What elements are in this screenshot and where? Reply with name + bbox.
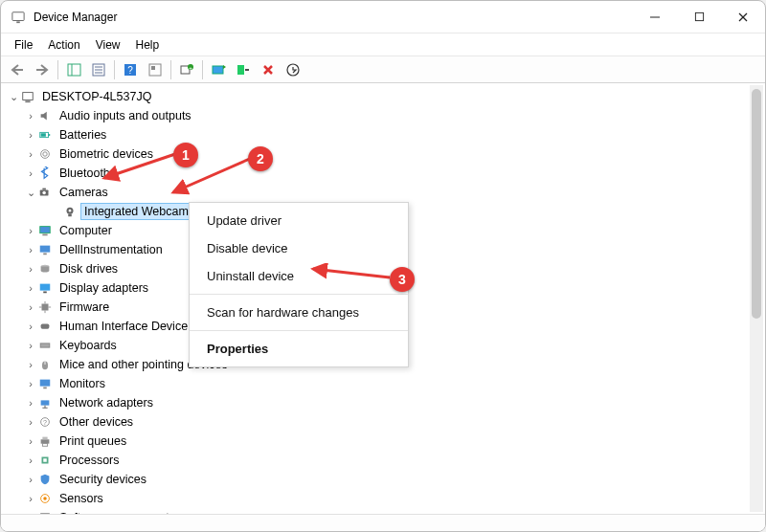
tree-item-security[interactable]: › Security devices <box>3 470 765 489</box>
tree-item-label: Software components <box>56 510 178 514</box>
tree-item-sensors[interactable]: › Sensors <box>3 489 765 508</box>
svg-rect-40 <box>40 284 51 291</box>
expander-icon[interactable]: › <box>24 321 37 332</box>
tree-item-bluetooth[interactable]: › Bluetooth <box>3 164 765 183</box>
toolbar-help-button[interactable]: ? <box>119 59 142 80</box>
expander-icon[interactable]: › <box>24 416 37 428</box>
expander-icon[interactable]: › <box>24 397 37 409</box>
toolbar-view-devices-button[interactable] <box>282 59 304 80</box>
expander-icon[interactable]: › <box>24 474 37 485</box>
expander-icon[interactable]: › <box>24 263 37 275</box>
expander-icon[interactable]: › <box>24 435 37 447</box>
expander-icon[interactable]: › <box>24 378 37 389</box>
other-icon: ? <box>37 414 53 430</box>
svg-rect-60 <box>41 439 50 443</box>
cpu-icon <box>37 453 53 468</box>
tree-item-processors[interactable]: › Processors <box>3 451 765 470</box>
tree-item-audio[interactable]: › Audio inputs and outputs <box>3 106 765 125</box>
tree-item-label: Biometric devices <box>56 146 156 162</box>
cm-update-driver[interactable]: Update driver <box>190 207 408 234</box>
toolbar-forward-button[interactable] <box>31 59 54 80</box>
svg-rect-54 <box>43 388 47 389</box>
maximize-button[interactable] <box>677 1 721 33</box>
svg-rect-42 <box>42 304 49 311</box>
svg-rect-35 <box>40 227 51 233</box>
svg-rect-15 <box>151 66 155 70</box>
svg-point-27 <box>41 150 50 159</box>
svg-rect-34 <box>68 214 72 217</box>
expander-icon[interactable]: › <box>24 340 37 351</box>
cm-uninstall-device[interactable]: Uninstall device <box>190 262 408 290</box>
tree-item-label: Batteries <box>56 127 109 143</box>
expander-icon[interactable]: › <box>24 148 37 160</box>
printer-icon <box>37 433 53 449</box>
menu-file[interactable]: File <box>7 35 40 55</box>
toolbar-irq-view-button[interactable] <box>144 59 167 80</box>
svg-rect-1 <box>16 21 20 23</box>
expander-icon[interactable]: › <box>24 512 37 514</box>
scrollbar-thumb[interactable] <box>752 89 761 319</box>
tree-item-biometric[interactable]: › Biometric devices <box>3 144 765 164</box>
tree-item-label: Monitors <box>56 376 108 391</box>
svg-rect-23 <box>25 100 30 102</box>
tree-item-swcomp[interactable]: › Software components <box>3 508 765 514</box>
cm-scan-hardware[interactable]: Scan for hardware changes <box>190 299 408 326</box>
battery-icon <box>37 127 53 143</box>
tree-item-monitors[interactable]: › Monitors <box>3 374 765 393</box>
svg-point-33 <box>69 210 72 212</box>
svg-rect-62 <box>42 444 47 447</box>
menu-action[interactable]: Action <box>40 35 87 55</box>
expander-icon[interactable]: ⌄ <box>24 187 37 199</box>
expander-icon[interactable]: › <box>24 301 37 313</box>
expander-icon[interactable]: › <box>24 282 37 294</box>
toolbar-update-driver-button[interactable] <box>207 59 230 80</box>
tree-item-label: Cameras <box>56 185 111 200</box>
svg-rect-25 <box>49 134 51 136</box>
tree-item-other[interactable]: › ? Other devices <box>3 412 765 432</box>
menu-view[interactable]: View <box>88 35 128 55</box>
tree-item-label: Print queues <box>56 433 129 449</box>
cm-disable-device[interactable]: Disable device <box>190 234 408 262</box>
expander-icon[interactable]: › <box>24 359 37 370</box>
tree-item-label: Sensors <box>56 491 106 506</box>
webcam-icon <box>62 204 78 219</box>
mouse-icon <box>37 357 53 372</box>
computer-icon <box>37 223 53 238</box>
monitor-icon <box>37 376 53 391</box>
expander-icon[interactable]: › <box>24 244 37 255</box>
toolbar-scan-hardware-button[interactable]: + <box>175 59 198 80</box>
menubar: File Action View Help <box>1 33 765 56</box>
expander-icon[interactable]: › <box>24 110 37 122</box>
expander-icon[interactable]: › <box>24 454 37 466</box>
toolbar-back-button[interactable] <box>6 59 29 80</box>
tree-item-network[interactable]: › Network adapters <box>3 393 765 412</box>
toolbar-disable-button[interactable] <box>232 59 255 80</box>
close-button[interactable] <box>721 1 765 33</box>
tree-item-cameras[interactable]: ⌄ Cameras <box>3 183 765 202</box>
tree-item-label: Computer <box>56 223 115 238</box>
tree-item-batteries[interactable]: › Batteries <box>3 125 765 144</box>
svg-text:+: + <box>189 64 192 70</box>
tree-root[interactable]: ⌄ DESKTOP-4L537JQ <box>3 87 765 106</box>
expander-icon[interactable]: › <box>24 493 37 504</box>
toolbar-show-hide-console-tree-button[interactable] <box>62 59 85 80</box>
toolbar-separator <box>114 60 115 79</box>
tree-item-label: Audio inputs and outputs <box>56 108 194 123</box>
expander-icon[interactable]: › <box>24 225 37 236</box>
expander-icon[interactable]: ⌄ <box>7 91 20 103</box>
toolbar-properties-button[interactable] <box>87 59 110 80</box>
expander-icon[interactable]: › <box>24 167 37 179</box>
expander-icon[interactable]: › <box>24 129 37 141</box>
device-manager-window: Device Manager File Action View Help ? + <box>0 0 766 532</box>
toolbar-uninstall-button[interactable] <box>257 59 280 80</box>
cm-properties[interactable]: Properties <box>190 335 408 363</box>
tree-item-label: Keyboards <box>56 338 120 353</box>
component-icon <box>37 510 53 514</box>
hid-icon <box>37 319 53 334</box>
minimize-button[interactable] <box>633 1 677 33</box>
vertical-scrollbar[interactable] <box>750 85 763 512</box>
svg-text:?: ? <box>127 65 133 76</box>
tree-item-printq[interactable]: › Print queues <box>3 432 765 451</box>
svg-rect-3 <box>695 12 703 20</box>
menu-help[interactable]: Help <box>128 35 168 55</box>
